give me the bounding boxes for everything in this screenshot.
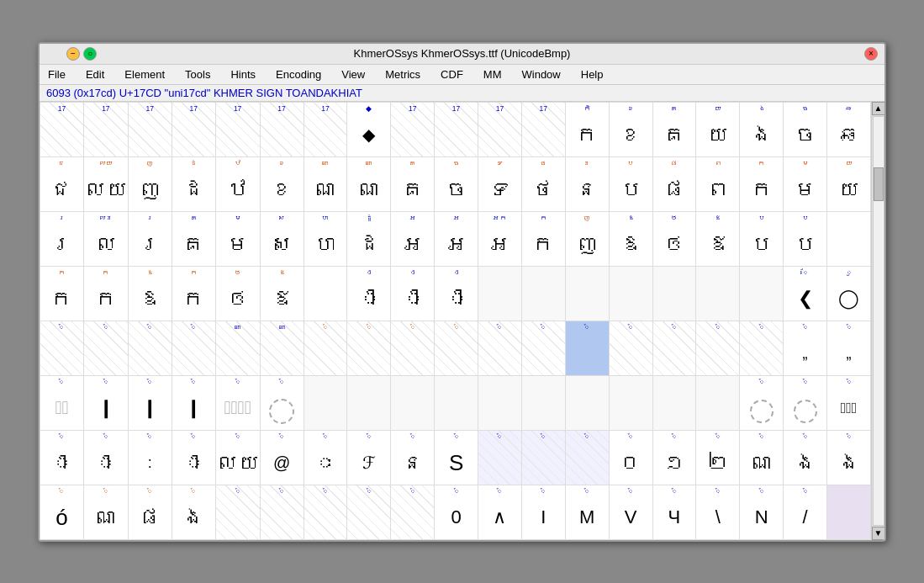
menu-element[interactable]: Element: [121, 66, 168, 82]
scroll-down-button[interactable]: ▼: [872, 527, 885, 540]
table-row: ំ ា ំ ា ំ : ំ ា: [40, 430, 871, 485]
table-row: ជ ជ លយ លយ ញ ញ ដ ដ: [40, 156, 871, 211]
menu-edit[interactable]: Edit: [82, 66, 108, 82]
table-row: ក ក ក ក ឱ ឱ ក ក: [40, 266, 871, 321]
menu-encoding[interactable]: Encoding: [272, 66, 325, 82]
close-button[interactable]: ×: [864, 47, 878, 61]
menu-bar: File Edit Element Tools Hints Encoding V…: [40, 65, 884, 85]
menu-mm[interactable]: MM: [480, 66, 505, 82]
menu-file[interactable]: File: [45, 66, 69, 82]
main-content: 17 17 17 17: [40, 102, 884, 540]
status-text: 6093 (0x17cd) U+17CD "uni17cd" KHMER SIG…: [46, 87, 362, 99]
glyph-table: 17 17 17 17: [40, 102, 871, 540]
selected-cell: ំ: [565, 321, 609, 375]
scroll-thumb[interactable]: [874, 167, 884, 201]
menu-metrics[interactable]: Metrics: [382, 66, 424, 82]
scroll-track[interactable]: [873, 116, 884, 526]
menu-help[interactable]: Help: [578, 66, 607, 82]
table-row: ំ ំ ំ ំ: [40, 321, 871, 375]
menu-tools[interactable]: Tools: [182, 66, 214, 82]
table-row: 17 17 17 17: [40, 102, 871, 156]
menu-window[interactable]: Window: [519, 66, 564, 82]
main-window: − ○ KhmerOSsys KhmerOSsys.ttf (UnicodeBm…: [38, 42, 886, 542]
table-row: រ រ លន ល រ រ គ គ: [40, 211, 871, 266]
restore-button[interactable]: ○: [83, 47, 97, 61]
menu-view[interactable]: View: [338, 66, 368, 82]
title-bar: − ○ KhmerOSsys KhmerOSsys.ttf (UnicodeBm…: [40, 44, 884, 65]
scroll-up-button[interactable]: ▲: [872, 102, 885, 115]
status-bar: 6093 (0x17cd) U+17CD "uni17cd" KHMER SIG…: [40, 85, 884, 102]
glyph-grid[interactable]: 17 17 17 17: [40, 102, 871, 540]
menu-hints[interactable]: Hints: [227, 66, 259, 82]
minimize-button[interactable]: −: [66, 47, 80, 61]
table-row: ំ ó ំ ណ ំ ផ ំ ង: [40, 485, 871, 539]
vertical-scrollbar[interactable]: ▲ ▼: [871, 102, 884, 540]
menu-cdf[interactable]: CDF: [437, 66, 467, 82]
table-row: ំ ◌⃝ ំ ❙ ំ ❙ ំ ❙: [40, 375, 871, 430]
window-title: KhmerOSsys KhmerOSsys.ttf (UnicodeBmp): [97, 47, 827, 60]
